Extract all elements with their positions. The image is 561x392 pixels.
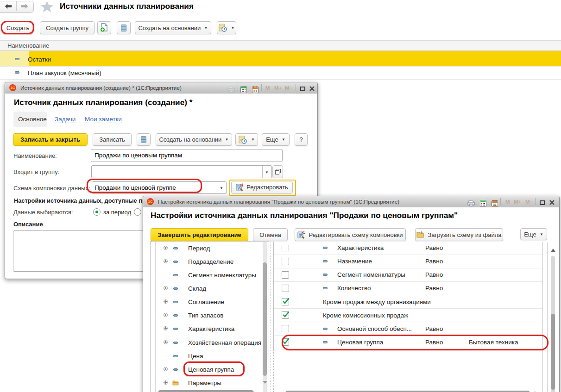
svg-text:31: 31 xyxy=(493,203,497,206)
svg-text:31: 31 xyxy=(253,89,257,93)
